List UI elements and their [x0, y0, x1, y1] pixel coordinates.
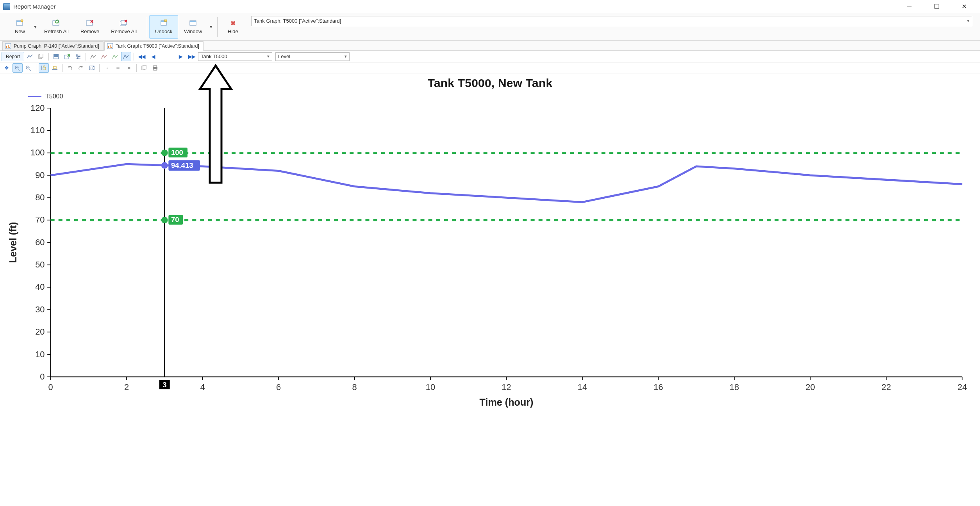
- chevron-down-icon: ▾: [967, 18, 969, 23]
- svg-text:60: 60: [35, 237, 45, 247]
- svg-text:20: 20: [805, 382, 815, 392]
- redo-icon[interactable]: [76, 63, 86, 73]
- main-toolbar: New ▾ Refresh All Remove Remove All Undo…: [0, 13, 980, 41]
- remove-button[interactable]: Remove: [75, 15, 105, 39]
- new-dropdown[interactable]: ▾: [32, 24, 38, 30]
- attribute-dropdown-value: Level: [278, 53, 290, 59]
- svg-text:22: 22: [882, 382, 891, 392]
- svg-rect-23: [111, 47, 112, 48]
- report-button[interactable]: Report: [2, 52, 24, 61]
- zoom-out-icon[interactable]: [23, 63, 34, 73]
- nav-last-icon[interactable]: ▶▶: [186, 52, 197, 61]
- svg-text:14: 14: [578, 382, 587, 392]
- window-label: Window: [184, 29, 202, 34]
- copy-2-icon[interactable]: [139, 63, 149, 73]
- hide-button[interactable]: ✖ Hide: [221, 15, 245, 39]
- svg-rect-44: [43, 67, 46, 70]
- window-title: Report Manager: [13, 3, 55, 10]
- svg-text:100: 100: [171, 148, 183, 157]
- maximize-button[interactable]: ☐: [930, 2, 943, 11]
- lock-x-icon[interactable]: [50, 63, 60, 73]
- lock-y-icon[interactable]: [39, 63, 49, 73]
- new-icon: [16, 19, 24, 27]
- close-x-icon: ✖: [228, 19, 237, 27]
- hide-label: Hide: [228, 29, 238, 34]
- document-tabs: Pump Graph: P-140 ["Active":Standard] Ta…: [0, 41, 980, 51]
- chart-toolbar-row-1: Report ◀◀ ◀ ▶ ▶▶ Tank T5000 ▾ Level ▾: [0, 51, 980, 62]
- remove-icon: [86, 19, 94, 27]
- copy-icon[interactable]: [36, 52, 46, 61]
- svg-text:4: 4: [200, 382, 205, 392]
- h-span-2-icon[interactable]: ⇔: [113, 63, 123, 73]
- remove-all-label: Remove All: [111, 29, 137, 34]
- svg-rect-19: [9, 47, 10, 48]
- svg-text:6: 6: [276, 382, 281, 392]
- svg-line-48: [89, 66, 91, 68]
- svg-text:Time (hour): Time (hour): [479, 397, 533, 408]
- window-button[interactable]: Window: [178, 15, 208, 39]
- tab-label: Tank Graph: T5000 ["Active":Standard]: [116, 43, 199, 49]
- report-selector-dropdown[interactable]: Tank Graph: T5000 ["Active":Standard] ▾: [251, 16, 972, 26]
- svg-rect-17: [6, 46, 7, 48]
- line-chart-icon[interactable]: [25, 52, 35, 61]
- chart-style-2-icon[interactable]: [99, 52, 109, 61]
- svg-text:10: 10: [426, 382, 435, 392]
- chart-style-3-icon[interactable]: [110, 52, 120, 61]
- svg-text:12: 12: [502, 382, 511, 392]
- new-label: New: [15, 29, 25, 34]
- nav-next-icon[interactable]: ▶: [175, 52, 186, 61]
- legend-label: T5000: [45, 93, 63, 100]
- minimize-button[interactable]: ─: [903, 2, 916, 11]
- remove-all-icon: [120, 19, 128, 27]
- refresh-all-button[interactable]: Refresh All: [38, 15, 75, 39]
- chart-legend: T5000: [28, 93, 975, 100]
- svg-text:24: 24: [957, 382, 967, 392]
- svg-point-121: [161, 217, 168, 223]
- tab-pump-graph[interactable]: Pump Graph: P-140 ["Active":Standard]: [2, 41, 104, 51]
- close-button[interactable]: ✕: [957, 2, 971, 11]
- stop-icon[interactable]: ■: [124, 63, 134, 73]
- element-dropdown[interactable]: Tank T5000 ▾: [198, 52, 272, 61]
- svg-text:30: 30: [35, 305, 45, 314]
- graph-tab-icon: [5, 43, 11, 49]
- refresh-icon: [52, 19, 61, 27]
- svg-text:120: 120: [30, 103, 45, 113]
- fit-icon[interactable]: [87, 63, 97, 73]
- chart-canvas[interactable]: 0102030405060708090100110120024681012141…: [5, 102, 975, 410]
- svg-point-118: [161, 150, 168, 156]
- save-icon[interactable]: [51, 52, 61, 61]
- svg-point-34: [78, 56, 80, 57]
- svg-rect-55: [154, 66, 157, 67]
- settings-icon[interactable]: [73, 52, 83, 61]
- legend-swatch: [28, 96, 41, 97]
- svg-point-2: [21, 20, 23, 22]
- remove-all-button[interactable]: Remove All: [105, 15, 143, 39]
- export-icon[interactable]: [62, 52, 72, 61]
- window-dropdown[interactable]: ▾: [208, 24, 214, 30]
- new-button[interactable]: New: [8, 15, 32, 39]
- svg-rect-27: [54, 57, 58, 59]
- svg-rect-15: [190, 21, 196, 22]
- chart-style-4-icon[interactable]: [121, 52, 131, 61]
- undock-label: Undock: [155, 29, 172, 34]
- undock-icon: [159, 19, 168, 27]
- chart-panel: Tank T5000, New Tank T5000 0102030405060…: [0, 73, 980, 414]
- chart-style-1-icon[interactable]: [88, 52, 98, 61]
- undo-icon[interactable]: [65, 63, 75, 73]
- svg-point-35: [77, 57, 79, 59]
- svg-text:94.413: 94.413: [171, 161, 193, 169]
- tab-tank-graph[interactable]: Tank Graph: T5000 ["Active":Standard]: [104, 41, 203, 51]
- h-span-1-icon[interactable]: ↔: [102, 63, 112, 73]
- chevron-down-icon: ▾: [345, 54, 347, 59]
- graph-tab-icon: [107, 43, 113, 49]
- nav-prev-icon[interactable]: ◀: [148, 52, 158, 61]
- attribute-dropdown[interactable]: Level ▾: [275, 52, 350, 61]
- title-bar: Report Manager ─ ☐ ✕: [0, 0, 980, 13]
- svg-rect-56: [154, 69, 157, 70]
- nav-first-icon[interactable]: ◀◀: [136, 52, 147, 61]
- svg-text:70: 70: [171, 216, 179, 224]
- print-icon[interactable]: [150, 63, 160, 73]
- undock-button[interactable]: Undock: [149, 15, 178, 39]
- zoom-in-icon[interactable]: [12, 63, 23, 73]
- pan-icon[interactable]: ✥: [2, 63, 12, 73]
